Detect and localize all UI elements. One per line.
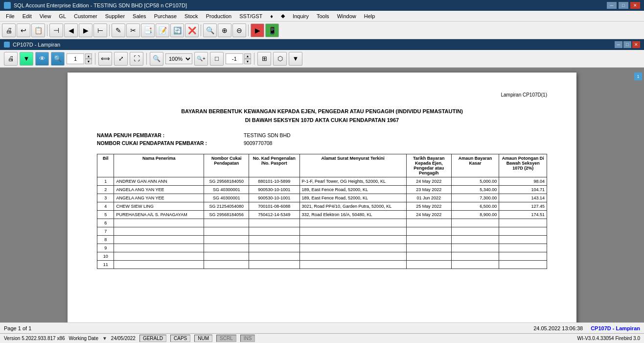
- report-title: BAYARAN BERBENTUK KEWANGAN KEPADA EJEN, …: [97, 107, 547, 124]
- inner-close-button[interactable]: ✕: [632, 41, 640, 48]
- status-link[interactable]: CP107D - Lampiran: [591, 325, 640, 331]
- menu-sst[interactable]: SST/GST: [235, 12, 266, 20]
- rpt-eye-button[interactable]: 👁: [35, 52, 49, 66]
- cell-potongan: 98.04: [499, 177, 547, 186]
- rpt-zoom-in-button[interactable]: 🔍+: [194, 52, 208, 66]
- menu-edit[interactable]: Edit: [19, 12, 36, 20]
- toolbar-btn-9[interactable]: ✂: [126, 24, 140, 37]
- maximize-button[interactable]: □: [619, 2, 628, 9]
- toolbar-btn-16[interactable]: ⊖: [232, 24, 246, 37]
- menu-supplier[interactable]: Supplier: [101, 12, 129, 20]
- toolbar-btn-6[interactable]: ▶: [79, 24, 92, 37]
- toolbar-sep-4: [248, 24, 249, 36]
- toolbar-btn-14[interactable]: 🔍: [203, 24, 217, 37]
- rpt-fullscreen-button[interactable]: ⛶: [130, 52, 143, 66]
- rpt-export-button[interactable]: ▼: [20, 52, 33, 66]
- rpt-fit-width-button[interactable]: ⟺: [98, 52, 112, 66]
- th-tarikh: Tarikh Bayaran Kepada Ejen, Pengedar ata…: [406, 154, 451, 177]
- zoom-select[interactable]: 100% 75% 125% 150%: [165, 53, 192, 64]
- page-input-group: ▲ ▼: [67, 53, 92, 64]
- scrl-indicator: SCRL: [216, 335, 236, 342]
- report-toolbar: 🖨 ▼ 👁 🔍 ▲ ▼ ⟺ ⤢ ⛶ 🔍 100% 75% 125% 150%: [0, 50, 644, 68]
- cell-bil: 1: [97, 177, 114, 186]
- toolbar-btn-1[interactable]: 🖨: [2, 24, 16, 37]
- cell-tarikh: [406, 219, 451, 227]
- cell-passport: 880101-10-5899: [249, 177, 299, 186]
- menu-customer[interactable]: Customer: [70, 12, 101, 20]
- menu-purchase[interactable]: Purchase: [150, 12, 181, 20]
- ins-indicator: INS: [240, 335, 255, 342]
- toolbar-btn-8[interactable]: ✎: [112, 24, 125, 37]
- inner-minimize-button[interactable]: ─: [615, 41, 622, 48]
- cell-tarikh: [406, 261, 451, 269]
- cell-bayaran: 7,300.00: [451, 194, 499, 202]
- close-button[interactable]: ✕: [630, 2, 640, 9]
- minimize-button[interactable]: ─: [607, 2, 617, 9]
- table-row: 10: [97, 252, 547, 261]
- table-row: 1 ANDREW GAN ANN ANN SG 29568184050 8801…: [97, 177, 547, 186]
- page-up-button[interactable]: ▲: [85, 53, 92, 59]
- cell-tarikh: 24 May 2022: [406, 177, 451, 186]
- page-number-input[interactable]: [67, 53, 84, 64]
- toolbar-btn-17[interactable]: ▶: [251, 24, 264, 37]
- page-down-button[interactable]: ▼: [85, 59, 92, 64]
- cell-alamat: 3021, Road PP4/10, Garden Putra, 52000, …: [299, 202, 406, 211]
- toolbar-btn-3[interactable]: 📋: [31, 24, 45, 37]
- inner-maximize-button[interactable]: □: [623, 41, 631, 48]
- menu-gl[interactable]: GL: [55, 12, 70, 20]
- menu-stock[interactable]: Stock: [181, 12, 202, 20]
- toolbar-btn-7[interactable]: ⊢: [93, 24, 107, 37]
- cell-bil: 6: [97, 219, 114, 227]
- rpt-page-break-button[interactable]: ⊞: [257, 52, 271, 66]
- offset-up-button[interactable]: ▲: [244, 53, 251, 59]
- menu-production[interactable]: Production: [202, 12, 236, 20]
- rpt-fit-page-button[interactable]: ⤢: [114, 52, 128, 66]
- toolbar-btn-18[interactable]: 📱: [265, 24, 279, 37]
- menu-sales[interactable]: Sales: [129, 12, 150, 20]
- cell-bil: 10: [97, 252, 114, 261]
- menu-view[interactable]: View: [36, 12, 55, 20]
- toolbar-btn-15[interactable]: ⊕: [218, 24, 231, 37]
- rpt-share-button[interactable]: ⬡: [273, 52, 287, 66]
- toolbar-btn-13[interactable]: ❌: [185, 24, 199, 37]
- rpt-fit-button[interactable]: □: [210, 52, 224, 66]
- menu-icon2[interactable]: ◆: [277, 12, 289, 20]
- doc-area: CP107D - Lampiran ─ □ ✕ 🖨 ▼ 👁 🔍 ▲ ▼ ⟺: [0, 39, 644, 333]
- toolbar-btn-5[interactable]: ◀: [64, 24, 78, 37]
- toolbar-btn-11[interactable]: 📝: [156, 24, 169, 37]
- th-bayaran: Amaun Bayaran Kasar: [451, 154, 499, 177]
- offset-input[interactable]: [226, 53, 243, 64]
- cell-alamat: 332, Road Elektron 16/A, 50480, KL: [299, 211, 406, 219]
- rpt-print-button[interactable]: 🖨: [4, 52, 18, 66]
- cell-tarikh: 24 May 2022: [406, 211, 451, 219]
- menu-inquiry[interactable]: Inquiry: [289, 12, 313, 20]
- app-title: SQL Account Enterprise Edition - TESTING…: [14, 2, 187, 8]
- rpt-search-button[interactable]: 🔍: [51, 52, 65, 66]
- rpt-zoom-out-button[interactable]: 🔍: [150, 52, 163, 66]
- page-spinner: ▲ ▼: [85, 53, 92, 64]
- rpt-share-dropdown[interactable]: ▼: [289, 52, 302, 66]
- nomor-row: NOMBOR CUKAI PENDAPATAN PEMBAYAR : 90097…: [97, 140, 547, 146]
- menu-window[interactable]: Window: [333, 12, 360, 20]
- cell-alamat: [299, 236, 406, 244]
- cell-tarikh: [406, 227, 451, 236]
- cell-nama: CHEW SIEW LING: [114, 202, 204, 211]
- menu-help[interactable]: Help: [360, 12, 379, 20]
- page-area[interactable]: 1 2 Lampiran CP107D(1) BAYARAN BERBENTUK…: [0, 68, 644, 322]
- menu-icon1[interactable]: ♦: [266, 12, 277, 20]
- toolbar-btn-10[interactable]: 📑: [141, 24, 155, 37]
- cell-bayaran: [451, 219, 499, 227]
- cell-passport: [249, 261, 299, 269]
- cell-alamat: 189, East Fence Road, 52000, KL: [299, 186, 406, 194]
- toolbar-btn-4[interactable]: ⊣: [49, 24, 63, 37]
- menu-tools[interactable]: Tools: [313, 12, 333, 20]
- offset-down-button[interactable]: ▼: [244, 59, 251, 64]
- working-date-value: 24/05/2022: [111, 336, 136, 341]
- toolbar-btn-2[interactable]: ↩: [17, 24, 30, 37]
- report-info: NAMA PENUH PEMBAYAR : TESTING SDN BHD NO…: [97, 132, 547, 146]
- cell-potongan: [499, 227, 547, 236]
- menu-file[interactable]: File: [2, 12, 19, 20]
- toolbar-btn-12[interactable]: 🔄: [170, 24, 184, 37]
- table-row: 3 ANGELA ANG YAN YEE SG 40300001 900530-…: [97, 194, 547, 202]
- title-bar: SQL Account Enterprise Edition - TESTING…: [0, 0, 644, 11]
